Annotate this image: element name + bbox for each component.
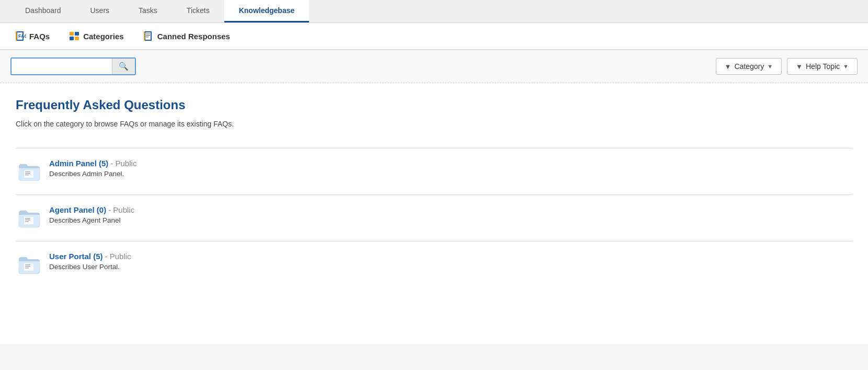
faq-title-row-admin: Admin Panel (5) - Public bbox=[49, 159, 136, 168]
faq-item-agent-panel: Agent Panel (0) - Public Describes Agent… bbox=[16, 194, 852, 241]
sub-nav-faqs-label: FAQs bbox=[29, 32, 50, 41]
sub-nav-faqs[interactable]: FAQ FAQs bbox=[10, 28, 54, 44]
faq-name-user-portal[interactable]: User Portal (5) bbox=[49, 252, 103, 261]
toolbar: 🔍 ▼ Category ▼ ▼ Help Topic ▼ bbox=[0, 50, 868, 83]
filter-buttons: ▼ Category ▼ ▼ Help Topic ▼ bbox=[716, 58, 858, 75]
svg-rect-5 bbox=[75, 32, 79, 36]
category-filter-arrow: ▼ bbox=[767, 63, 773, 70]
help-topic-filter-label: Help Topic bbox=[806, 62, 840, 71]
page-title: Frequently Asked Questions bbox=[16, 98, 852, 112]
sub-nav: FAQ FAQs Categories Canned Responses bbox=[0, 23, 868, 50]
faq-icon: FAQ bbox=[15, 30, 26, 42]
sub-nav-canned-responses[interactable]: Canned Responses bbox=[139, 28, 234, 44]
help-topic-filter-button[interactable]: ▼ Help Topic ▼ bbox=[787, 58, 858, 75]
svg-text:FAQ: FAQ bbox=[18, 33, 26, 39]
svg-rect-24 bbox=[25, 266, 30, 267]
category-filter-label: Category bbox=[734, 62, 764, 71]
svg-rect-10 bbox=[146, 33, 150, 34]
canned-icon bbox=[143, 30, 154, 42]
faq-info-agent: Agent Panel (0) - Public Describes Agent… bbox=[49, 205, 134, 224]
top-nav: Dashboard Users Tasks Tickets Knowledgeb… bbox=[0, 0, 868, 23]
faq-info-admin: Admin Panel (5) - Public Describes Admin… bbox=[49, 159, 136, 178]
svg-rect-19 bbox=[25, 218, 30, 219]
svg-rect-7 bbox=[75, 37, 79, 40]
svg-rect-12 bbox=[146, 37, 149, 38]
search-icon: 🔍 bbox=[119, 62, 129, 71]
folder-icon-agent bbox=[16, 205, 41, 230]
faq-name-agent[interactable]: Agent Panel (0) bbox=[49, 205, 106, 214]
sub-nav-categories[interactable]: Categories bbox=[64, 28, 128, 44]
page-description: Click on the category to browse FAQs or … bbox=[16, 120, 852, 135]
faq-item-admin-panel: Admin Panel (5) - Public Describes Admin… bbox=[16, 148, 852, 194]
category-filter-button[interactable]: ▼ Category ▼ bbox=[716, 58, 782, 75]
filter-icon-help-topic: ▼ bbox=[796, 63, 803, 71]
svg-rect-23 bbox=[25, 264, 30, 265]
faq-visibility-user-portal: - Public bbox=[105, 252, 131, 261]
categories-icon bbox=[68, 30, 80, 42]
faq-desc-user-portal: Describes User Portal. bbox=[49, 263, 131, 271]
nav-dashboard[interactable]: Dashboard bbox=[10, 0, 76, 22]
search-box: 🔍 bbox=[10, 57, 136, 75]
nav-tasks[interactable]: Tasks bbox=[124, 0, 172, 22]
content-area: Frequently Asked Questions Click on the … bbox=[0, 83, 868, 344]
search-input[interactable] bbox=[12, 59, 112, 74]
svg-rect-3 bbox=[16, 31, 17, 41]
svg-rect-13 bbox=[144, 31, 145, 41]
help-topic-filter-arrow: ▼ bbox=[843, 63, 849, 70]
svg-rect-20 bbox=[25, 219, 30, 221]
faq-title-row-agent: Agent Panel (0) - Public bbox=[49, 205, 134, 214]
filter-icon-category: ▼ bbox=[725, 63, 732, 71]
sub-nav-categories-label: Categories bbox=[83, 32, 124, 41]
faq-list: Admin Panel (5) - Public Describes Admin… bbox=[16, 148, 852, 287]
faq-item-user-portal: User Portal (5) - Public Describes User … bbox=[16, 241, 852, 287]
svg-rect-17 bbox=[25, 175, 29, 176]
svg-rect-11 bbox=[146, 35, 150, 36]
nav-tickets[interactable]: Tickets bbox=[172, 0, 224, 22]
faq-name-admin[interactable]: Admin Panel (5) bbox=[49, 159, 108, 168]
folder-icon-user-portal bbox=[16, 252, 41, 277]
faq-title-row-user-portal: User Portal (5) - Public bbox=[49, 252, 131, 261]
sub-nav-canned-responses-label: Canned Responses bbox=[157, 32, 230, 41]
svg-rect-25 bbox=[25, 268, 29, 269]
nav-knowledgebase[interactable]: Knowledgebase bbox=[224, 0, 310, 22]
svg-rect-6 bbox=[70, 37, 74, 40]
faq-visibility-admin: - Public bbox=[110, 159, 136, 168]
svg-rect-4 bbox=[70, 32, 74, 36]
search-button[interactable]: 🔍 bbox=[112, 59, 135, 74]
nav-users[interactable]: Users bbox=[76, 0, 124, 22]
svg-rect-15 bbox=[25, 171, 30, 172]
faq-desc-admin: Describes Admin Panel. bbox=[49, 170, 136, 178]
svg-rect-21 bbox=[25, 221, 29, 222]
folder-icon-admin bbox=[16, 159, 41, 184]
svg-rect-16 bbox=[25, 173, 30, 174]
faq-desc-agent: Describes Agent Panel bbox=[49, 216, 134, 224]
faq-visibility-agent: - Public bbox=[108, 205, 134, 214]
faq-info-user-portal: User Portal (5) - Public Describes User … bbox=[49, 252, 131, 271]
